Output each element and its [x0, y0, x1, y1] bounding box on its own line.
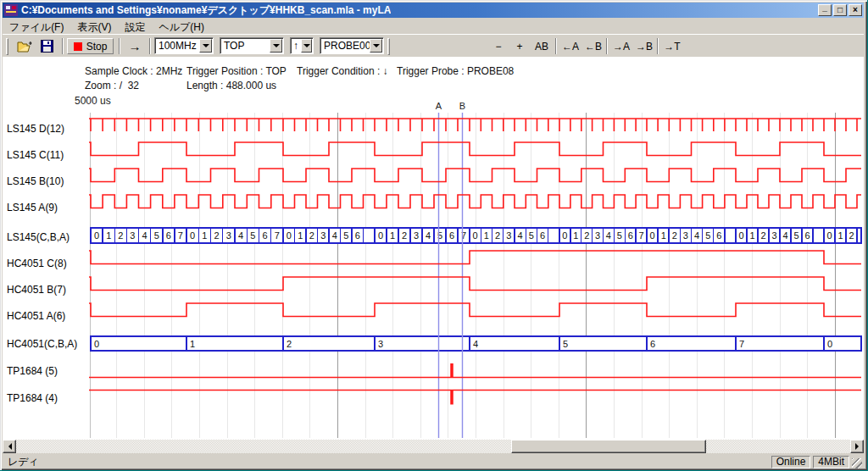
svg-text:2: 2	[584, 230, 589, 241]
info-sample-clock: Sample Clock : 2MHz	[85, 65, 182, 77]
svg-text:4: 4	[426, 230, 431, 241]
zoom-out-button[interactable]: −	[489, 38, 508, 54]
svg-text:5: 5	[793, 230, 798, 241]
zoom-in-button[interactable]: +	[510, 38, 529, 54]
svg-text:6: 6	[716, 230, 721, 241]
trigger-probe-select[interactable]: PROBE00	[320, 37, 384, 54]
svg-text:4: 4	[518, 230, 523, 241]
ab-button[interactable]: AB	[531, 38, 553, 54]
bus-hc4051-c-b-a: 012345670	[91, 336, 861, 351]
svg-text:5: 5	[529, 230, 534, 241]
wave-hc4051-a-6	[89, 303, 861, 317]
toolbar-grip[interactable]	[387, 38, 390, 55]
info-length: Length : 488.000 us	[186, 80, 276, 91]
dropdown-button[interactable]	[301, 39, 312, 53]
toolbar-separator	[606, 38, 608, 54]
close-button[interactable]: ×	[849, 4, 862, 16]
resize-grip[interactable]	[852, 458, 862, 468]
scroll-right-button[interactable]	[850, 440, 864, 453]
floppy-disk-icon	[41, 40, 53, 53]
goto-b-left-button[interactable]: ←B	[582, 38, 604, 54]
sample-clock-value: 100MHz	[159, 40, 197, 52]
svg-text:0: 0	[738, 230, 743, 241]
svg-text:7: 7	[178, 230, 183, 241]
trigger-position-select[interactable]: TOP	[220, 37, 284, 54]
svg-text:4: 4	[782, 230, 787, 241]
single-run-button[interactable]: →	[123, 38, 147, 54]
goto-b-right-button[interactable]: →B	[633, 38, 655, 54]
svg-text:3: 3	[414, 230, 419, 241]
chevron-down-icon	[303, 44, 310, 51]
svg-text:1: 1	[749, 230, 754, 241]
svg-text:3: 3	[506, 230, 511, 241]
toolbar-separator	[555, 38, 557, 54]
svg-text:3: 3	[771, 230, 776, 241]
arrow-right-icon	[855, 443, 862, 450]
goto-a-left-button[interactable]: ←A	[559, 38, 581, 54]
waveform-display: 0123456701234567012345601234567012345601…	[0, 93, 868, 439]
dropdown-button[interactable]	[270, 39, 282, 53]
wave-ls145-c-11	[89, 142, 861, 156]
goto-a-right-button[interactable]: →A	[610, 38, 632, 54]
goto-trigger-button[interactable]: →T	[661, 38, 683, 54]
svg-text:0: 0	[378, 230, 383, 241]
horizontal-scrollbar[interactable]	[3, 440, 864, 453]
toolbar-grip[interactable]	[6, 38, 8, 55]
toolbar: Stop → 100MHz TOP ↑ PROBE00 − + AB ←A ←B	[3, 34, 864, 57]
svg-text:4: 4	[238, 230, 243, 241]
svg-text:4: 4	[332, 230, 337, 241]
svg-text:6: 6	[355, 230, 360, 241]
svg-text:5: 5	[617, 230, 622, 241]
info-trigger-probe: Trigger Probe : PROBE08	[397, 65, 514, 77]
toolbar-separator	[657, 38, 659, 54]
open-folder-icon	[17, 41, 32, 53]
trigger-probe-value: PROBE00	[324, 40, 370, 52]
svg-text:2: 2	[672, 230, 677, 241]
svg-text:0: 0	[287, 230, 292, 241]
svg-text:2: 2	[849, 230, 854, 241]
save-button[interactable]	[36, 37, 58, 55]
svg-text:1: 1	[661, 230, 666, 241]
trigger-position-value: TOP	[224, 40, 244, 52]
cursor-b-label: B	[459, 101, 465, 111]
svg-text:0: 0	[562, 230, 567, 241]
svg-text:1: 1	[390, 230, 395, 241]
svg-text:2: 2	[309, 230, 314, 241]
trigger-edge-select[interactable]: ↑	[290, 37, 314, 54]
svg-text:5: 5	[343, 230, 348, 241]
dropdown-button[interactable]	[199, 39, 212, 53]
info-zoom: Zoom : / 32	[85, 80, 139, 91]
wave-ls145-a-9	[89, 195, 861, 208]
svg-text:5: 5	[705, 230, 710, 241]
toolbar-separator	[62, 38, 64, 54]
svg-text:2: 2	[214, 230, 220, 241]
status-bar: レディ Online 4MBit	[3, 455, 864, 468]
svg-text:0: 0	[826, 230, 832, 241]
cursor-a-label: A	[436, 101, 442, 111]
toolbar-separator	[119, 38, 120, 54]
svg-text:0: 0	[650, 230, 655, 241]
maximize-button[interactable]: □	[833, 4, 847, 16]
sample-clock-select[interactable]: 100MHz	[154, 37, 214, 54]
status-online-badge: Online	[771, 456, 811, 468]
dropdown-button[interactable]	[370, 39, 382, 53]
svg-text:0: 0	[94, 230, 99, 241]
svg-text:3: 3	[378, 339, 383, 349]
minimize-button[interactable]: _	[818, 4, 832, 16]
status-ready-text: レディ	[4, 455, 769, 469]
stop-button[interactable]: Stop	[67, 38, 114, 54]
open-file-button[interactable]	[14, 37, 35, 55]
waveform-layer	[89, 119, 861, 405]
chevron-down-icon	[373, 44, 380, 51]
trigger-edge-value: ↑	[293, 40, 298, 52]
application-window: C:¥Documents and Settings¥noname¥デスクトップ¥…	[0, 0, 867, 470]
svg-text:6: 6	[449, 230, 454, 241]
svg-text:6: 6	[804, 230, 810, 241]
svg-text:3: 3	[130, 230, 135, 241]
scrollbar-thumb[interactable]	[511, 440, 706, 453]
svg-text:2: 2	[287, 339, 292, 349]
scroll-left-button[interactable]	[3, 440, 16, 453]
wave-hc4051-b-7	[89, 277, 861, 291]
svg-text:0: 0	[190, 230, 195, 241]
svg-text:6: 6	[166, 230, 171, 241]
